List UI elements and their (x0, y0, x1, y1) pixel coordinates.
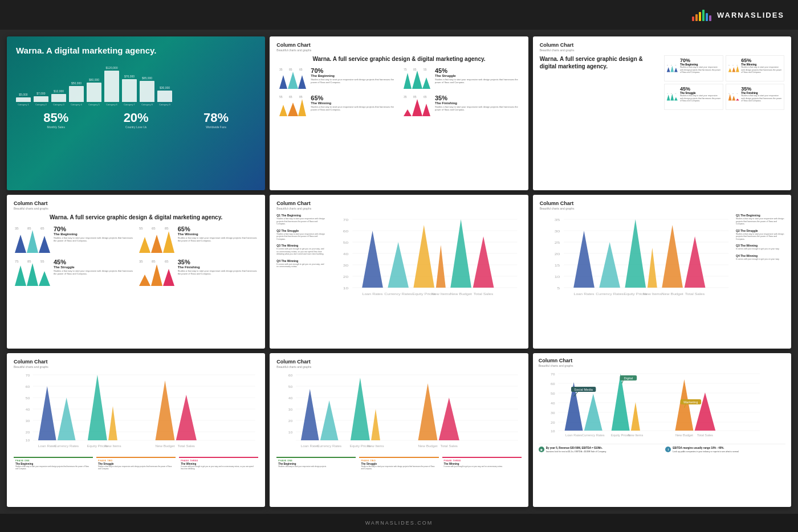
svg-text:55: 55 (40, 260, 44, 263)
svg-marker-138 (38, 386, 56, 440)
slide-4[interactable]: Column Chart Beautiful charts and graphs… (7, 195, 265, 349)
svg-text:85: 85 (152, 260, 156, 263)
slide-2-grid: 35 85 65 70%The BeginningStudies a fast … (276, 67, 521, 118)
svg-text:85: 85 (728, 93, 730, 94)
svg-marker-168 (439, 398, 459, 440)
svg-marker-11 (422, 77, 430, 89)
svg-marker-17 (298, 99, 306, 116)
svg-text:Loan Rates: Loan Rates (565, 433, 582, 437)
svg-text:85: 85 (27, 260, 31, 263)
svg-marker-51 (15, 235, 26, 253)
svg-text:70: 70 (551, 372, 555, 376)
svg-text:60: 60 (26, 384, 30, 388)
slide-5[interactable]: Column Chart Beautiful charts and graphs… (270, 195, 528, 349)
svg-text:20: 20 (551, 420, 555, 424)
svg-marker-65 (39, 271, 50, 286)
svg-text:New Items: New Items (628, 433, 643, 437)
slide-9-subtitle: Beautiful charts and graphs (539, 364, 785, 367)
svg-marker-59 (163, 231, 174, 253)
svg-text:20: 20 (554, 252, 559, 256)
svg-text:70: 70 (26, 373, 30, 377)
svg-text:Loan Rates: Loan Rates (301, 444, 319, 448)
svg-text:Total Sales: Total Sales (697, 433, 713, 437)
svg-text:65: 65 (299, 68, 303, 71)
svg-text:New Items: New Items (368, 444, 384, 448)
svg-marker-140 (88, 375, 107, 440)
svg-text:30: 30 (551, 411, 555, 415)
svg-text:35: 35 (667, 64, 669, 66)
svg-text:85: 85 (736, 64, 738, 66)
svg-marker-70 (151, 264, 162, 286)
svg-text:20: 20 (288, 419, 293, 423)
slide-7[interactable]: Column Chart Beautiful charts and graphs… (7, 353, 265, 507)
svg-text:10: 10 (26, 438, 30, 442)
slide-9[interactable]: Column Chart Beautiful charts and graphs… (533, 353, 791, 507)
svg-text:30: 30 (288, 407, 293, 411)
svg-text:5: 5 (557, 286, 560, 290)
slide-6-subtitle: Beautiful charts and graphs (540, 207, 784, 210)
svg-text:75: 75 (667, 93, 669, 94)
svg-text:50: 50 (551, 391, 555, 395)
slide-6[interactable]: Column Chart Beautiful charts and graphs… (533, 195, 791, 349)
svg-text:35: 35 (404, 95, 407, 99)
slide-8[interactable]: Column Chart Beautiful charts and graphs… (270, 353, 528, 507)
svg-marker-33 (728, 68, 731, 72)
svg-text:New Items: New Items (104, 444, 121, 448)
svg-text:65: 65 (165, 260, 169, 263)
info-icon-1: ★ (539, 447, 544, 452)
slide-3-subtitle: Beautiful charts and graphs (540, 48, 784, 52)
slide-8-phases: PHASE ONE The Beginning Studies a fast w… (276, 457, 521, 472)
svg-text:85: 85 (289, 68, 292, 71)
svg-text:Currency Rates: Currency Rates (384, 292, 412, 296)
svg-text:65: 65 (289, 95, 292, 99)
svg-marker-69 (139, 275, 150, 286)
svg-marker-40 (671, 94, 674, 101)
slide-9-bottom-info: ★ By year 5, Revenue $30-50M, EBITDA = $… (539, 444, 785, 453)
svg-marker-4 (288, 72, 298, 89)
svg-text:55: 55 (424, 68, 427, 71)
svg-text:Currency Rates: Currency Rates (54, 444, 79, 448)
slide-2-subtitle: Beautiful charts and graphs (276, 48, 521, 52)
slide-2[interactable]: Column Chart Beautiful charts and graphs… (270, 36, 528, 190)
svg-text:35: 35 (554, 218, 559, 222)
svg-marker-116 (662, 225, 683, 288)
svg-text:10: 10 (288, 430, 293, 434)
svg-marker-53 (39, 236, 50, 253)
svg-text:85: 85 (671, 64, 673, 66)
slides-grid: Warna. A digital marketing agency. $5,00… (0, 30, 798, 514)
slide-3[interactable]: Column Chart Beautiful charts and graphs… (533, 36, 791, 190)
svg-text:Social Media: Social Media (574, 388, 593, 391)
svg-marker-194 (694, 392, 715, 431)
svg-marker-52 (27, 230, 38, 253)
svg-marker-47 (736, 99, 739, 101)
slide-9-title: Column Chart (539, 358, 785, 363)
slide-1[interactable]: Warna. A digital marketing agency. $5,00… (7, 36, 265, 190)
svg-marker-35 (736, 66, 739, 72)
svg-text:10: 10 (554, 275, 559, 279)
svg-marker-117 (684, 236, 705, 288)
svg-marker-163 (301, 389, 319, 440)
svg-text:55: 55 (675, 93, 677, 94)
svg-marker-71 (163, 269, 174, 286)
svg-text:50: 50 (343, 240, 348, 244)
svg-marker-139 (58, 398, 76, 440)
svg-text:40: 40 (288, 396, 293, 400)
svg-text:75: 75 (15, 260, 19, 263)
svg-marker-5 (298, 75, 306, 89)
svg-marker-46 (732, 96, 735, 101)
svg-text:70: 70 (343, 218, 348, 222)
svg-text:40: 40 (26, 407, 30, 411)
svg-text:25: 25 (554, 240, 559, 244)
bottom-bar: WARNASLIDES.COM (0, 514, 798, 532)
svg-marker-9 (404, 73, 412, 89)
svg-marker-143 (176, 395, 197, 440)
svg-marker-22 (412, 99, 422, 116)
svg-text:30: 30 (26, 419, 30, 423)
svg-text:10: 10 (343, 286, 348, 290)
svg-marker-89 (436, 245, 446, 288)
svg-text:New Budget: New Budget (675, 433, 694, 437)
svg-text:35: 35 (15, 227, 19, 230)
slide-7-title: Column Chart (14, 359, 258, 365)
svg-marker-166 (371, 409, 380, 440)
svg-marker-16 (288, 103, 298, 116)
